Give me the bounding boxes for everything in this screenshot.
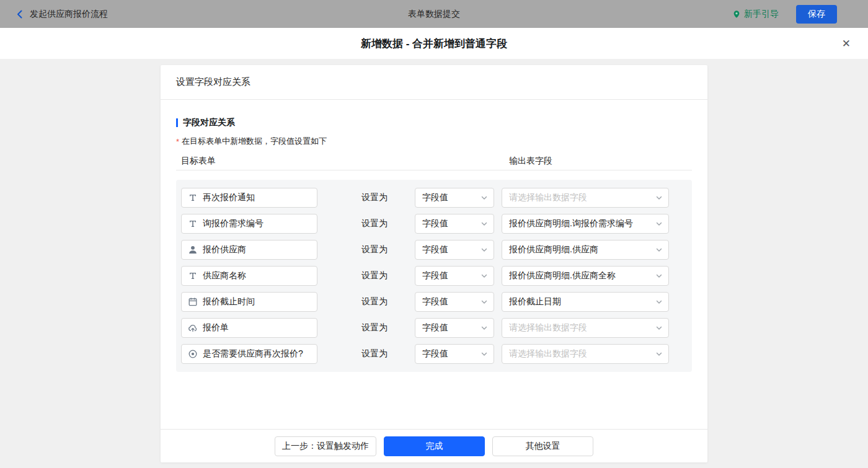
chevron-down-icon	[480, 194, 488, 201]
guide-link[interactable]: 新手引导	[732, 9, 779, 20]
target-field-input[interactable]: 报价单	[181, 318, 317, 338]
chevron-down-icon	[480, 272, 488, 280]
value-mode-select[interactable]: 字段值	[415, 240, 494, 260]
output-field-text: 报价供应商明细.供应商全称	[509, 270, 616, 281]
set-as-label: 设置为	[361, 322, 388, 333]
value-mode-select[interactable]: 字段值	[415, 214, 494, 234]
target-field-label: 询报价需求编号	[203, 218, 264, 229]
chevron-down-icon	[480, 220, 488, 227]
output-field-select[interactable]: 报价截止日期	[502, 292, 669, 312]
output-field-text: 报价截止日期	[509, 296, 561, 307]
location-pin-icon	[732, 10, 741, 19]
previous-step-button[interactable]: 上一步：设置触发动作	[275, 436, 376, 456]
column-header-target-form: 目标表单	[181, 156, 216, 167]
field-mapping-card: 设置字段对应关系 字段对应关系 * 在目标表单中新增数据，字段值设置如下 目标表…	[161, 65, 707, 462]
save-button[interactable]: 保存	[796, 5, 837, 24]
output-field-select[interactable]: 报价供应商明细.供应商	[502, 240, 669, 260]
set-as-label: 设置为	[361, 218, 388, 229]
value-mode-text: 字段值	[422, 244, 448, 255]
mapping-rows-panel: 再次报价通知设置为字段值请选择输出数据字段询报价需求编号设置为字段值报价供应商明…	[176, 180, 692, 372]
cloud-upload-icon	[188, 323, 198, 333]
hint-text: * 在目标表单中新增数据，字段值设置如下	[176, 136, 692, 147]
target-field-label: 报价供应商	[203, 244, 246, 255]
output-field-text: 请选择输出数据字段	[509, 348, 587, 360]
done-button[interactable]: 完成	[384, 436, 485, 456]
card-title: 设置字段对应关系	[161, 65, 707, 100]
mapping-row: 报价供应商设置为字段值报价供应商明细.供应商	[181, 240, 687, 260]
mapping-row: 询报价需求编号设置为字段值报价供应商明细.询报价需求编号	[181, 214, 687, 234]
output-field-text: 请选择输出数据字段	[509, 322, 587, 333]
column-header-output-field: 输出表字段	[509, 156, 552, 167]
mapping-row: 再次报价通知设置为字段值请选择输出数据字段	[181, 188, 687, 208]
output-field-select[interactable]: 报价供应商明细.供应商全称	[502, 266, 669, 286]
mapping-row: 是否需要供应商再次报价?设置为字段值请选择输出数据字段	[181, 344, 687, 364]
chevron-down-icon	[655, 350, 663, 358]
value-mode-select[interactable]: 字段值	[415, 266, 494, 286]
target-field-input[interactable]: 供应商名称	[181, 266, 317, 286]
output-field-select[interactable]: 请选择输出数据字段	[502, 344, 669, 364]
chevron-down-icon	[480, 324, 488, 332]
value-mode-text: 字段值	[422, 218, 448, 229]
card-footer: 上一步：设置触发动作 完成 其他设置	[161, 429, 707, 462]
target-field-input[interactable]: 再次报价通知	[181, 188, 317, 208]
chevron-down-icon	[480, 298, 488, 306]
target-field-label: 报价单	[203, 322, 229, 333]
close-icon[interactable]: ✕	[839, 36, 853, 51]
value-mode-text: 字段值	[422, 296, 448, 307]
chevron-down-icon	[480, 350, 488, 358]
mapping-row: 报价单设置为字段值请选择输出数据字段	[181, 318, 687, 338]
target-field-input[interactable]: 询报价需求编号	[181, 214, 317, 234]
value-mode-select[interactable]: 字段值	[415, 292, 494, 312]
output-field-select[interactable]: 请选择输出数据字段	[502, 318, 669, 338]
text-field-icon	[188, 219, 198, 229]
chevron-down-icon	[655, 324, 663, 332]
value-mode-text: 字段值	[422, 270, 448, 281]
output-field-text: 请选择输出数据字段	[509, 192, 587, 203]
mapping-row: 报价截止时间设置为字段值报价截止日期	[181, 292, 687, 312]
target-field-label: 供应商名称	[203, 270, 246, 281]
target-field-input[interactable]: 报价截止时间	[181, 292, 317, 312]
chevron-down-icon	[655, 194, 663, 201]
set-as-label: 设置为	[361, 270, 388, 281]
set-as-label: 设置为	[361, 296, 388, 307]
radio-icon	[188, 349, 198, 359]
topbar: 发起供应商报价流程 表单数据提交 新手引导 保存	[0, 0, 868, 28]
output-field-text: 报价供应商明细.供应商	[509, 244, 598, 255]
chevron-down-icon	[655, 298, 663, 306]
set-as-label: 设置为	[361, 192, 388, 203]
back-chevron-icon	[15, 9, 25, 19]
set-as-label: 设置为	[361, 348, 388, 360]
chevron-down-icon	[655, 246, 663, 254]
target-field-input[interactable]: 是否需要供应商再次报价?	[181, 344, 317, 364]
value-mode-text: 字段值	[422, 192, 448, 203]
required-mark: *	[176, 137, 179, 146]
chevron-down-icon	[480, 246, 488, 254]
back-button[interactable]: 发起供应商报价流程	[15, 9, 108, 20]
value-mode-select[interactable]: 字段值	[415, 188, 494, 208]
column-headers: 目标表单 输出表字段	[176, 154, 692, 170]
calendar-icon	[188, 297, 198, 307]
output-field-text: 报价供应商明细.询报价需求编号	[509, 218, 633, 229]
user-icon	[188, 245, 198, 255]
target-field-label: 是否需要供应商再次报价?	[203, 348, 303, 360]
text-field-icon	[188, 271, 198, 281]
modal-header: 新增数据 - 合并新增到普通字段 ✕	[0, 28, 868, 59]
target-field-label: 报价截止时间	[203, 296, 255, 307]
guide-label: 新手引导	[744, 9, 779, 20]
value-mode-text: 字段值	[422, 348, 448, 360]
value-mode-text: 字段值	[422, 322, 448, 333]
output-field-select[interactable]: 请选择输出数据字段	[502, 188, 669, 208]
mapping-row: 供应商名称设置为字段值报价供应商明细.供应商全称	[181, 266, 687, 286]
other-settings-button[interactable]: 其他设置	[492, 436, 593, 456]
value-mode-select[interactable]: 字段值	[415, 318, 494, 338]
value-mode-select[interactable]: 字段值	[415, 344, 494, 364]
chevron-down-icon	[655, 220, 663, 227]
target-field-input[interactable]: 报价供应商	[181, 240, 317, 260]
text-field-icon	[188, 193, 198, 203]
section-accent-bar	[176, 118, 178, 127]
output-field-select[interactable]: 报价供应商明细.询报价需求编号	[502, 214, 669, 234]
flow-title: 发起供应商报价流程	[30, 9, 108, 20]
chevron-down-icon	[655, 272, 663, 280]
set-as-label: 设置为	[361, 244, 388, 255]
target-field-label: 再次报价通知	[203, 192, 255, 203]
